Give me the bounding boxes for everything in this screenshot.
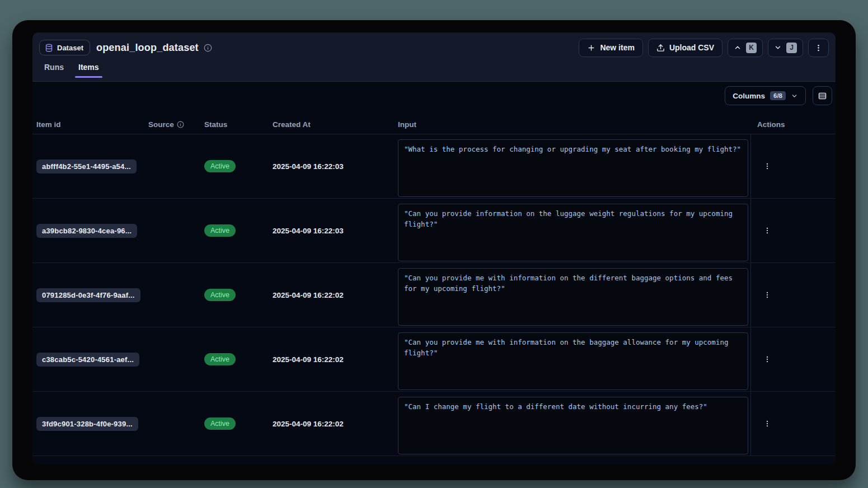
- status-badge: Active: [204, 353, 236, 365]
- column-header-actions: Actions: [750, 120, 832, 129]
- input-preview[interactable]: "Can I change my flight to a different d…: [398, 397, 748, 454]
- header-actions: New item Upload CSV K: [579, 39, 829, 57]
- column-header-created-at: Created At: [273, 120, 398, 129]
- source-cell: [148, 327, 204, 391]
- input-preview[interactable]: "Can you provide information on the lugg…: [398, 204, 748, 261]
- column-header-input: Input: [398, 120, 750, 129]
- database-icon: [45, 44, 53, 52]
- columns-count-badge: 6/8: [770, 91, 786, 100]
- item-id-pill[interactable]: abfff4b2-55e1-4495-a54...: [36, 159, 137, 173]
- tabs: Runs Items: [41, 62, 829, 77]
- dataset-badge-label: Dataset: [57, 44, 83, 52]
- item-id-pill[interactable]: a39bcb82-9830-4cea-96...: [36, 224, 137, 238]
- input-preview[interactable]: "Can you provide me with information on …: [398, 332, 748, 390]
- status-badge: Active: [204, 289, 236, 301]
- created-at-value: 2025-04-09 16:22:02: [273, 392, 398, 456]
- more-actions-button[interactable]: [808, 39, 829, 57]
- item-id-pill[interactable]: 3fd9c901-328b-4f0e-939...: [36, 417, 138, 431]
- table: Item id Source Status Created At Input A…: [32, 115, 836, 464]
- shortcut-key-j: J: [786, 43, 797, 53]
- upload-csv-button[interactable]: Upload CSV: [648, 39, 722, 57]
- created-at-value: 2025-04-09 16:22:03: [273, 134, 398, 198]
- table-row[interactable]: 3fd9c901-328b-4f0e-939... Active 2025-04…: [32, 392, 836, 456]
- row-height-button[interactable]: [813, 86, 832, 105]
- info-icon[interactable]: [177, 121, 184, 128]
- source-cell: [148, 263, 204, 327]
- chevron-down-icon: [791, 92, 798, 100]
- kebab-menu-icon: [814, 44, 823, 52]
- columns-dropdown[interactable]: Columns 6/8: [725, 86, 806, 105]
- table-row[interactable]: 0791285d-0e3f-4f76-9aaf... Active 2025-0…: [32, 263, 836, 327]
- table-row[interactable]: c38cab5c-5420-4561-aef... Active 2025-04…: [32, 327, 836, 392]
- table-row[interactable]: abfff4b2-55e1-4495-a54... Active 2025-04…: [32, 134, 836, 199]
- item-id-pill[interactable]: c38cab5c-5420-4561-aef...: [36, 353, 139, 367]
- column-header-item-id: Item id: [36, 120, 148, 129]
- app-window: Dataset openai_loop_dataset New item: [12, 20, 856, 480]
- row-actions-button[interactable]: [759, 287, 775, 303]
- row-actions-button[interactable]: [759, 158, 775, 175]
- chevron-down-icon: [774, 44, 782, 51]
- created-at-value: 2025-04-09 16:22:02: [273, 263, 398, 327]
- column-header-status: Status: [204, 120, 273, 129]
- new-item-label: New item: [600, 43, 634, 52]
- table-header: Item id Source Status Created At Input A…: [32, 115, 836, 134]
- status-badge: Active: [204, 224, 236, 237]
- plus-icon: [587, 44, 595, 52]
- created-at-value: 2025-04-09 16:22:02: [273, 327, 398, 391]
- upload-icon: [656, 44, 665, 52]
- app-panel: Dataset openai_loop_dataset New item: [32, 32, 836, 464]
- chevron-up-icon: [734, 44, 742, 51]
- source-cell: [148, 134, 204, 198]
- prev-item-button[interactable]: K: [728, 39, 763, 57]
- input-preview[interactable]: "What is the process for changing or upg…: [398, 139, 748, 197]
- table-body: abfff4b2-55e1-4495-a54... Active 2025-04…: [32, 134, 836, 456]
- created-at-value: 2025-04-09 16:22:03: [273, 199, 398, 262]
- new-item-button[interactable]: New item: [579, 39, 642, 57]
- info-icon[interactable]: [204, 44, 212, 52]
- tab-runs[interactable]: Runs: [41, 62, 67, 77]
- status-badge: Active: [204, 160, 236, 172]
- source-cell: [148, 199, 204, 262]
- upload-csv-label: Upload CSV: [669, 43, 714, 52]
- tab-items[interactable]: Items: [75, 62, 102, 77]
- kebab-menu-icon: [763, 162, 771, 170]
- next-item-button[interactable]: J: [768, 39, 803, 57]
- row-actions-button[interactable]: [759, 222, 775, 239]
- source-cell: [148, 392, 204, 456]
- kebab-menu-icon: [763, 227, 771, 234]
- item-id-pill[interactable]: 0791285d-0e3f-4f76-9aaf...: [36, 288, 140, 302]
- column-header-source: Source: [148, 120, 204, 129]
- row-actions-button[interactable]: [759, 415, 775, 432]
- kebab-menu-icon: [763, 420, 771, 428]
- kebab-menu-icon: [763, 355, 771, 363]
- dataset-badge: Dataset: [39, 40, 90, 55]
- table-row[interactable]: a39bcb82-9830-4cea-96... Active 2025-04-…: [32, 199, 836, 263]
- toolbar: Columns 6/8: [32, 82, 836, 105]
- input-preview[interactable]: "Can you provide me with information on …: [398, 268, 748, 326]
- columns-label: Columns: [733, 92, 765, 100]
- app-header: Dataset openai_loop_dataset New item: [32, 32, 836, 82]
- row-actions-button[interactable]: [759, 351, 775, 368]
- kebab-menu-icon: [763, 291, 771, 299]
- rows-icon: [818, 91, 827, 101]
- shortcut-key-k: K: [746, 43, 757, 53]
- status-badge: Active: [204, 417, 236, 430]
- page-title: openai_loop_dataset: [96, 42, 199, 54]
